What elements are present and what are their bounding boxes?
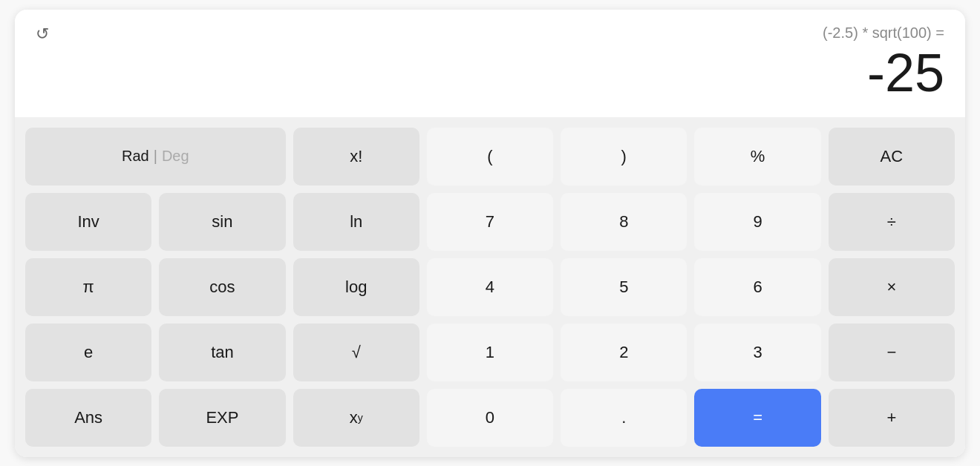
4-button[interactable]: 4	[427, 258, 553, 316]
ln-button[interactable]: ln	[293, 193, 419, 251]
result-display: -25	[36, 46, 944, 102]
3-button[interactable]: 3	[694, 324, 820, 381]
inv-button[interactable]: Inv	[25, 193, 151, 251]
factorial-button[interactable]: x!	[293, 128, 419, 186]
rad-deg-button[interactable]: Rad | Deg	[25, 128, 286, 186]
add-button[interactable]: +	[829, 389, 955, 447]
rad-label: Rad	[122, 148, 149, 165]
divider: |	[154, 148, 157, 165]
log-button[interactable]: log	[293, 258, 419, 316]
subtract-button[interactable]: −	[829, 324, 955, 381]
8-button[interactable]: 8	[561, 193, 687, 251]
tan-button[interactable]: tan	[159, 324, 285, 381]
2-button[interactable]: 2	[561, 324, 687, 381]
pi-button[interactable]: π	[25, 258, 151, 316]
multiply-button[interactable]: ×	[829, 258, 955, 316]
open-paren-button[interactable]: (	[427, 128, 553, 186]
expression-display: (-2.5) * sqrt(100) =	[49, 24, 944, 42]
buttons-grid: Rad | Deg x! ( ) % AC Inv sin ln 7 8 9 ÷…	[15, 117, 965, 457]
6-button[interactable]: 6	[694, 258, 820, 316]
ans-button[interactable]: Ans	[25, 389, 151, 447]
close-paren-button[interactable]: )	[561, 128, 687, 186]
cos-button[interactable]: cos	[159, 258, 285, 316]
9-button[interactable]: 9	[694, 193, 820, 251]
power-button[interactable]: xy	[293, 389, 419, 447]
0-button[interactable]: 0	[427, 389, 553, 447]
calculator: ↺ (-2.5) * sqrt(100) = -25 Rad | Deg x! …	[15, 10, 965, 457]
ac-button[interactable]: AC	[829, 128, 955, 186]
percent-button[interactable]: %	[694, 128, 820, 186]
sin-button[interactable]: sin	[159, 193, 285, 251]
display-area: ↺ (-2.5) * sqrt(100) = -25	[15, 10, 965, 117]
sqrt-button[interactable]: √	[293, 324, 419, 381]
1-button[interactable]: 1	[427, 324, 553, 381]
7-button[interactable]: 7	[427, 193, 553, 251]
deg-label: Deg	[162, 148, 189, 165]
exp-button[interactable]: EXP	[159, 389, 285, 447]
decimal-button[interactable]: .	[561, 389, 687, 447]
5-button[interactable]: 5	[561, 258, 687, 316]
divide-button[interactable]: ÷	[829, 193, 955, 251]
equals-button[interactable]: =	[694, 389, 820, 447]
display-top: ↺ (-2.5) * sqrt(100) =	[36, 22, 944, 44]
history-icon[interactable]: ↺	[36, 24, 49, 44]
e-button[interactable]: e	[25, 324, 151, 381]
